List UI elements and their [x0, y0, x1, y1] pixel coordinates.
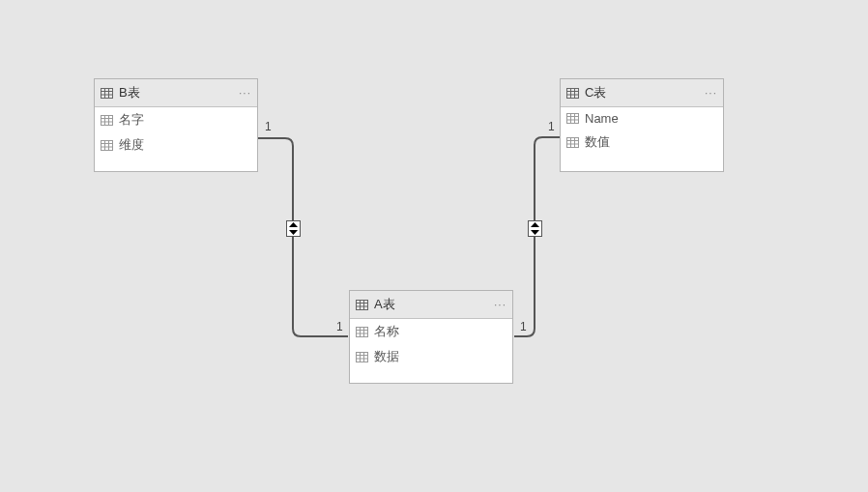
column-icon: [566, 137, 579, 148]
svg-marker-0: [289, 222, 298, 227]
field-row[interactable]: 名字: [95, 107, 257, 132]
table-header[interactable]: C表 ···: [561, 79, 723, 107]
table-fields: 名字 维度: [95, 107, 257, 171]
table-card-a[interactable]: A表 ··· 名称 数据: [349, 290, 513, 384]
cross-filter-both-icon: [286, 220, 301, 237]
svg-rect-19: [567, 88, 579, 98]
svg-rect-4: [101, 88, 113, 98]
cardinality-label: 1: [548, 120, 555, 133]
svg-marker-1: [289, 230, 298, 235]
table-header[interactable]: A表 ···: [350, 291, 512, 319]
field-label: 维度: [119, 136, 144, 154]
field-row[interactable]: Name: [561, 107, 723, 130]
field-row[interactable]: 名称: [350, 319, 512, 344]
cross-filter-both-icon: [528, 220, 542, 237]
column-icon: [566, 113, 579, 124]
field-label: 数值: [585, 133, 610, 151]
table-icon: [566, 88, 579, 99]
table-icon: [356, 300, 368, 310]
field-row[interactable]: 维度: [95, 132, 257, 158]
field-label: 数据: [374, 348, 399, 365]
svg-rect-39: [357, 327, 368, 336]
svg-marker-3: [531, 230, 539, 235]
column-icon: [101, 140, 113, 151]
table-fields: 名称 数据: [350, 319, 512, 383]
relation-c-a[interactable]: [514, 137, 560, 336]
table-card-c[interactable]: C表 ··· Name 数值: [560, 78, 724, 172]
relationship-lines: [0, 0, 868, 492]
svg-marker-2: [531, 222, 539, 227]
field-row[interactable]: 数据: [350, 344, 512, 369]
column-icon: [101, 115, 113, 126]
field-row[interactable]: 数值: [561, 130, 723, 155]
svg-rect-34: [357, 300, 368, 309]
table-title: C表: [585, 84, 699, 101]
column-icon: [356, 327, 368, 337]
column-icon: [356, 352, 368, 362]
more-options-icon[interactable]: ···: [705, 86, 717, 100]
svg-rect-29: [567, 137, 579, 147]
svg-rect-44: [357, 352, 368, 362]
cardinality-label: 1: [520, 320, 527, 333]
cardinality-label: 1: [336, 320, 343, 333]
field-label: 名字: [119, 111, 144, 129]
table-title: B表: [119, 84, 233, 101]
field-label: Name: [585, 111, 619, 126]
table-card-b[interactable]: B表 ··· 名字 维度: [94, 78, 258, 172]
svg-rect-14: [101, 140, 113, 150]
svg-rect-24: [567, 114, 579, 124]
svg-rect-9: [101, 115, 113, 125]
cardinality-label: 1: [265, 120, 272, 133]
more-options-icon[interactable]: ···: [239, 86, 251, 100]
relation-b-a[interactable]: [258, 138, 348, 336]
model-canvas[interactable]: 1 1 1 1 B表 ··· 名字 维度: [0, 0, 868, 492]
table-title: A表: [374, 296, 488, 313]
table-header[interactable]: B表 ···: [95, 79, 257, 107]
field-label: 名称: [374, 323, 399, 340]
table-icon: [101, 88, 113, 99]
more-options-icon[interactable]: ···: [494, 298, 506, 311]
table-fields: Name 数值: [561, 107, 723, 171]
